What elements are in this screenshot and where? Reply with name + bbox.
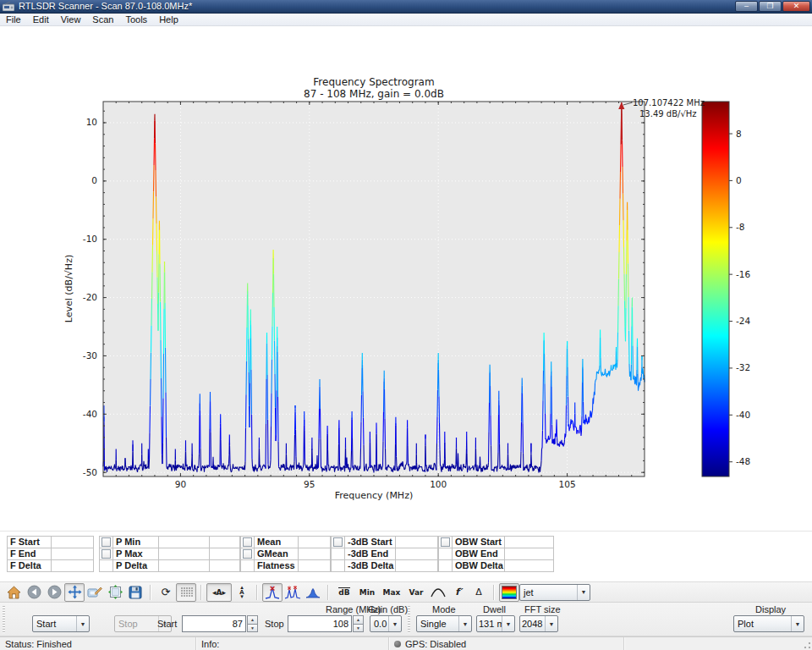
pan-icon (68, 585, 82, 599)
measure-value (505, 548, 554, 560)
configure-subplots-button[interactable] (105, 583, 125, 602)
refresh-plot-button[interactable]: ⟳ (156, 583, 176, 602)
home-button[interactable] (3, 583, 24, 602)
measure-value (505, 560, 554, 572)
autoscale-y-button[interactable]: ▴A▾ (232, 583, 252, 602)
menu-tools[interactable]: Tools (119, 14, 153, 25)
toolbar-separator (327, 585, 329, 600)
toolbar-grip[interactable] (408, 606, 410, 633)
info-text: Info: (201, 639, 219, 649)
titlebar[interactable]: RTLSDR Scanner - Scan 87.0-108.0MHz* – ❐… (0, 0, 812, 14)
back-icon (27, 585, 41, 599)
dwell-label: Dwell (483, 604, 506, 614)
smooth-peak-button[interactable] (303, 583, 323, 602)
colormap-select[interactable]: jet ▼ (519, 584, 590, 601)
db-icon: dB (338, 588, 349, 597)
restore-button[interactable]: ❐ (759, 1, 782, 12)
measure-label: OBW End (453, 548, 505, 560)
status-text: Status: Finished (5, 639, 72, 649)
svg-text:8: 8 (736, 129, 742, 139)
curve-icon (431, 587, 446, 598)
close-button[interactable]: ✕ (782, 1, 810, 12)
measure-label: OBW Delta (453, 560, 505, 572)
max-hold-button[interactable]: Max (379, 583, 404, 602)
peak-marker-button[interactable] (262, 583, 283, 602)
range-stop-input[interactable] (288, 615, 352, 632)
menubar: File Edit View Scan Tools Help (0, 14, 812, 26)
grid-toggle-button[interactable] (176, 583, 196, 602)
back-button[interactable] (24, 583, 44, 602)
peak-marker-icon (265, 586, 280, 599)
gmean-checkbox[interactable] (243, 549, 252, 559)
gps-section: GPS: Disabled (389, 637, 624, 650)
min-hold-button[interactable]: Min (355, 583, 379, 602)
empty-cell (332, 548, 345, 560)
measure-value (52, 560, 94, 572)
min-label: Min (359, 588, 375, 597)
fft-size-select[interactable]: 2048 ▼ (519, 615, 558, 632)
range-stop-spinner[interactable]: ▲▼ (353, 615, 364, 632)
smooth-peak-icon (305, 587, 321, 598)
save-icon (129, 586, 142, 599)
db-scale-button[interactable]: dB (333, 583, 355, 602)
display-select[interactable]: Plot ▼ (733, 615, 804, 632)
pmin-checkbox[interactable] (102, 537, 111, 547)
measure-label: Mean (255, 537, 299, 548)
toolbar-grip[interactable] (3, 606, 5, 633)
scan-start-button[interactable]: Start ▼ (32, 615, 90, 632)
dwell-select[interactable]: 131 ms ▼ (476, 615, 515, 632)
rtlsdr-scanner-window: { "window": { "title": "RTLSDR Scanner -… (0, 0, 812, 650)
var-button[interactable]: Var (404, 583, 428, 602)
gain-select[interactable]: 0.0 ▼ (370, 615, 402, 632)
diff-button[interactable]: f′ (448, 583, 469, 602)
measure-label: -3dB Start (345, 537, 396, 548)
y-axis-label: Level (dB/√Hz) (63, 221, 75, 356)
svg-text:10: 10 (86, 117, 97, 127)
autoscale-y-icon: ▴A▾ (239, 586, 244, 598)
mode-select[interactable]: Single ▼ (416, 615, 472, 632)
menu-file[interactable]: File (0, 14, 27, 25)
minimize-button[interactable]: – (735, 1, 758, 12)
gps-status-icon (394, 641, 401, 647)
measure-label: P Min (113, 537, 159, 548)
delta-button[interactable]: Δ (469, 583, 489, 602)
mode-label: Mode (432, 604, 456, 614)
refresh-icon: ⟳ (162, 587, 171, 598)
mean-checkbox[interactable] (243, 537, 252, 547)
svg-text:-40: -40 (736, 410, 750, 420)
measure-label: P Delta (113, 560, 159, 572)
pan-button[interactable] (64, 583, 85, 602)
save-button[interactable] (125, 583, 145, 602)
subplots-icon (108, 585, 123, 599)
pmax-checkbox[interactable] (102, 549, 111, 559)
colormap-swatch-button[interactable] (499, 583, 519, 602)
multi-peak-icon (285, 586, 301, 599)
measurement-panel: F Start F End F Delta P Min P Max P Delt… (0, 531, 812, 581)
smooth-button[interactable] (428, 583, 448, 602)
forward-button[interactable] (44, 583, 64, 602)
menu-edit[interactable]: Edit (27, 14, 55, 25)
menu-help[interactable]: Help (153, 14, 184, 25)
colormap-value: jet (520, 587, 577, 598)
obw-checkbox[interactable] (441, 537, 450, 547)
range-start-label: Start (157, 619, 177, 629)
menu-scan[interactable]: Scan (86, 14, 119, 25)
range-start-input[interactable] (182, 615, 246, 632)
chevron-down-icon: ▼ (502, 616, 514, 631)
range-start-spinner[interactable]: ▲▼ (247, 615, 258, 632)
measure-label: Flatness (255, 560, 299, 572)
delta-icon: Δ (475, 587, 482, 598)
measure-label: F Start (8, 537, 52, 548)
grid-icon (180, 587, 193, 598)
minus3db-checkbox[interactable] (333, 537, 343, 547)
fprime-icon: f′ (455, 587, 462, 598)
gps-text: GPS: Disabled (405, 639, 466, 649)
svg-text:-16: -16 (736, 269, 750, 279)
empty-cell (241, 560, 255, 572)
resize-grip[interactable] (800, 637, 812, 650)
measure-label: -3dB End (345, 548, 396, 560)
zoom-rect-button[interactable] (85, 583, 105, 602)
menu-view[interactable]: View (55, 14, 87, 25)
autoscale-x-button[interactable]: ◂A▸ (206, 583, 232, 602)
multi-peak-button[interactable] (283, 583, 303, 602)
